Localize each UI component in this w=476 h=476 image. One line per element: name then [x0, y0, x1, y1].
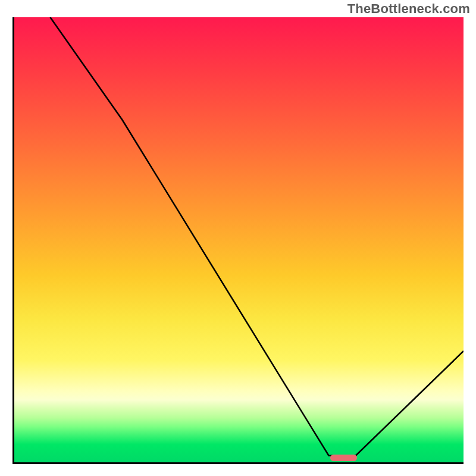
watermark-label: TheBottleneck.com — [347, 1, 470, 17]
curve-path — [50, 17, 464, 456]
plot-area — [12, 17, 464, 464]
optimal-range-marker — [330, 455, 358, 461]
chart-frame: TheBottleneck.com — [0, 0, 476, 476]
bottleneck-curve — [14, 17, 464, 462]
